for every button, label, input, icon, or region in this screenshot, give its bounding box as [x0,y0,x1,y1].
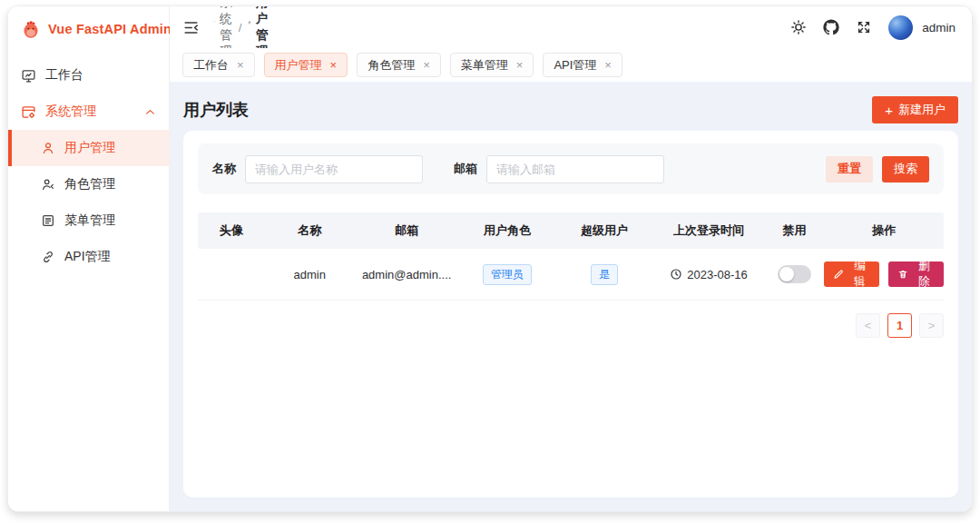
sidebar-item-system[interactable]: 系统管理 [8,94,169,130]
tab-role-management[interactable]: 角色管理 × [357,53,441,77]
sidebar-item-role-management[interactable]: 角色管理 [8,166,169,202]
sidebar-item-label: 角色管理 [64,176,115,192]
name-label: 名称 [212,161,236,177]
edit-label: 编辑 [849,259,871,290]
delete-button[interactable]: 删除 [888,262,944,287]
sidebar-item-api-management[interactable]: API管理 [8,239,169,275]
delete-label: 删除 [913,259,935,290]
user-table: 头像 名称 邮箱 用户角色 超级用户 上次登录时间 禁用 操作 admin ad… [198,212,944,301]
col-name: 名称 [265,222,355,239]
tab-close-icon[interactable]: × [330,59,338,71]
pagination: < 1 > [198,313,944,338]
tab-close-icon[interactable]: × [423,59,430,71]
tab-user-management[interactable]: 用户管理 × [264,53,348,77]
col-email: 邮箱 [355,222,459,239]
col-superuser: 超级用户 [556,222,653,239]
page-next-button[interactable]: > [919,313,944,338]
tab-close-icon[interactable]: × [604,59,612,71]
tab-workbench[interactable]: 工作台 × [182,53,255,77]
sidebar-item-workbench[interactable]: 工作台 [8,57,169,94]
new-user-button[interactable]: + 新建用户 [872,96,958,123]
cell-name: admin [265,268,355,281]
page-prev-button[interactable]: < [856,313,880,338]
tab-menu-management[interactable]: 菜单管理 × [450,53,534,77]
col-avatar: 头像 [198,222,265,239]
page-title: 用户列表 [183,99,249,121]
fullscreen-icon[interactable] [856,19,872,35]
email-input[interactable] [486,155,664,183]
col-disabled: 禁用 [765,222,825,239]
sidebar-menu: 工作台 系统管理 [8,52,169,281]
sidebar: Vue FastAPI Admin 工作台 系统管理 [8,6,170,511]
breadcrumb-separator: / [239,21,242,35]
chevron-up-icon [144,106,156,118]
clock-icon [670,268,682,281]
sidebar-item-label: 菜单管理 [64,212,115,229]
cell-superuser: 是 [556,264,653,285]
topbar-actions: admin [790,15,956,40]
disabled-toggle[interactable] [778,265,811,283]
sidebar-collapse-icon[interactable] [182,19,200,36]
col-last-login: 上次登录时间 [652,222,764,239]
list-box-icon [41,213,55,228]
cell-email: admin@admin.... [355,268,459,281]
tab-label: 菜单管理 [461,57,508,74]
app-window: Vue FastAPI Admin 工作台 系统管理 [7,5,973,512]
brand[interactable]: Vue FastAPI Admin [8,6,169,52]
reset-button[interactable]: 重置 [826,156,873,183]
search-button[interactable]: 搜索 [882,156,929,183]
last-login-value: 2023-08-16 [687,268,748,281]
user-icon [248,21,251,34]
table-row: admin admin@admin.... 管理员 是 [198,249,944,301]
page-number-1[interactable]: 1 [887,313,912,338]
user-role-icon [41,177,55,192]
tab-label: 用户管理 [275,57,322,74]
sidebar-item-label: API管理 [64,249,111,265]
tab-label: 工作台 [193,57,229,74]
username[interactable]: admin [922,21,956,35]
theme-sun-icon[interactable] [790,19,807,35]
cell-disabled [765,265,825,283]
tab-close-icon[interactable]: × [237,59,244,71]
edit-button[interactable]: 编辑 [824,262,879,287]
name-input[interactable] [245,155,423,183]
topbar: 系统管理 / 用户管理 [170,6,972,48]
page-header: 用户列表 + 新建用户 [183,89,958,131]
pencil-icon [833,269,844,281]
col-role: 用户角色 [459,222,556,239]
chicken-logo-icon [21,19,41,39]
github-icon[interactable] [823,19,839,35]
sidebar-item-label: 工作台 [45,67,83,84]
tab-label: 角色管理 [368,57,415,74]
cell-actions: 编辑 删除 [824,262,944,287]
trash-icon [897,269,908,281]
user-icon [41,141,55,155]
col-actions: 操作 [824,222,944,239]
sidebar-item-user-management[interactable]: 用户管理 [8,130,169,166]
user-avatar[interactable] [888,15,913,40]
role-tag: 管理员 [483,264,532,285]
cell-last-login: 2023-08-16 [652,268,764,281]
brand-name: Vue FastAPI Admin [48,22,172,36]
plus-icon: + [885,103,893,118]
cell-role: 管理员 [459,264,556,285]
monitor-icon [21,68,36,84]
search-bar: 名称 邮箱 重置 搜索 [198,143,944,194]
superuser-tag: 是 [591,264,618,285]
content-area: 用户列表 + 新建用户 名称 邮箱 重置 搜索 [170,82,972,511]
email-label: 邮箱 [454,161,477,177]
user-list-card: 名称 邮箱 重置 搜索 头像 名称 邮箱 用户角色 超 [183,131,958,498]
sidebar-item-label: 用户管理 [64,140,115,156]
sidebar-item-label: 系统管理 [45,104,96,120]
tabs-bar: 工作台 × 用户管理 × 角色管理 × 菜单管理 × API管理 × [170,48,972,82]
link-icon [41,250,55,264]
table-header: 头像 名称 邮箱 用户角色 超级用户 上次登录时间 禁用 操作 [198,212,944,249]
sidebar-item-menu-management[interactable]: 菜单管理 [8,202,169,239]
window-gear-icon [214,21,215,34]
main-area: 系统管理 / 用户管理 [170,6,972,511]
window-gear-icon [21,104,36,120]
tab-close-icon[interactable]: × [516,59,524,71]
tab-api-management[interactable]: API管理 × [543,53,622,77]
tab-label: API管理 [554,57,596,74]
new-user-label: 新建用户 [898,102,946,118]
